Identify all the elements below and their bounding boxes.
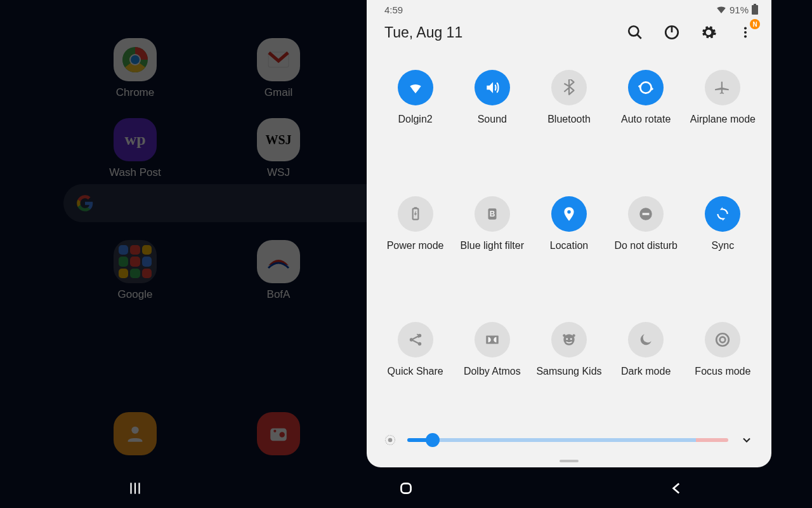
tile-label: Do not disturb xyxy=(614,239,678,252)
svg-text:B: B xyxy=(489,210,495,218)
search-button[interactable] xyxy=(625,23,645,42)
svg-rect-22 xyxy=(414,207,416,208)
svg-rect-10 xyxy=(754,4,756,5)
app-bofa[interactable]: BofA xyxy=(207,240,350,301)
svg-point-8 xyxy=(273,430,276,432)
folder-icon xyxy=(114,240,157,283)
qs-date: Tue, Aug 11 xyxy=(384,24,462,41)
app-label: Google xyxy=(118,288,153,301)
dock-camera[interactable] xyxy=(207,412,350,460)
target-icon xyxy=(705,322,740,358)
brightness-expand[interactable] xyxy=(738,432,755,448)
qs-tile-bluelight[interactable]: BBlue light filter xyxy=(454,196,530,293)
dolby-icon xyxy=(475,322,510,358)
battery-icon xyxy=(751,4,759,15)
qs-tile-dnd[interactable]: Do not disturb xyxy=(608,196,684,293)
tile-label: Auto rotate xyxy=(621,113,671,126)
app-label: WSJ xyxy=(267,166,290,179)
svg-rect-27 xyxy=(643,213,650,215)
qs-tile-sync[interactable]: Sync xyxy=(684,196,761,293)
app-label: Chrome xyxy=(116,86,154,99)
gear-icon xyxy=(700,24,717,41)
back-icon xyxy=(669,480,685,497)
notification-badge: N xyxy=(750,19,760,29)
qs-tile-airplane[interactable]: Airplane mode xyxy=(684,70,761,167)
qs-tile-autorotate[interactable]: Auto rotate xyxy=(608,70,684,167)
volume-icon xyxy=(475,70,510,105)
qs-tile-dolby[interactable]: Dolby Atmos xyxy=(454,322,530,419)
wifi-icon xyxy=(398,70,433,105)
qs-tiles-grid: Dolgin2SoundBluetoothAuto rotateAirplane… xyxy=(367,44,771,425)
brightness-icon xyxy=(383,433,397,447)
svg-rect-9 xyxy=(752,5,758,15)
svg-point-37 xyxy=(563,335,565,337)
svg-point-41 xyxy=(388,438,393,443)
tile-label: Airplane mode xyxy=(690,113,756,126)
svg-point-17 xyxy=(744,35,747,37)
tile-label: Blue light filter xyxy=(461,239,525,252)
settings-button[interactable] xyxy=(699,23,718,42)
qs-tile-darkmode[interactable]: Dark mode xyxy=(608,322,684,419)
app-chrome[interactable]: Chrome xyxy=(63,38,207,99)
rotate-icon xyxy=(628,70,664,105)
svg-point-35 xyxy=(566,338,568,340)
brightness-row xyxy=(367,425,771,460)
qs-tile-samsungkids[interactable]: Samsung Kids xyxy=(530,322,607,419)
app-wash-post[interactable]: wp Wash Post xyxy=(63,118,207,179)
google-logo-icon xyxy=(76,194,94,212)
svg-rect-33 xyxy=(486,336,499,344)
svg-point-5 xyxy=(131,427,138,434)
recents-icon xyxy=(127,480,143,497)
camera-icon xyxy=(268,423,289,444)
location-icon xyxy=(551,196,587,232)
tile-label: Dolgin2 xyxy=(398,113,432,126)
svg-point-18 xyxy=(641,82,652,93)
tile-label: Sound xyxy=(478,113,507,126)
svg-point-25 xyxy=(567,210,570,213)
app-label: Wash Post xyxy=(109,166,161,179)
chevron-down-icon xyxy=(740,434,753,446)
power-icon xyxy=(664,24,680,41)
app-label: BofA xyxy=(267,288,291,301)
gmail-icon xyxy=(266,47,291,72)
svg-marker-29 xyxy=(723,218,725,220)
qs-tile-power[interactable]: Power mode xyxy=(377,196,454,293)
app-label: Gmail xyxy=(265,86,292,99)
qs-tile-sound[interactable]: Sound xyxy=(454,70,530,167)
qs-tile-location[interactable]: Location xyxy=(530,196,607,293)
qs-tile-bluetooth[interactable]: Bluetooth xyxy=(530,70,607,167)
moon-icon xyxy=(628,322,664,358)
svg-point-36 xyxy=(570,338,572,340)
tile-label: Dolby Atmos xyxy=(464,365,521,378)
brightness-slider[interactable] xyxy=(407,438,728,442)
qs-tile-focus[interactable]: Focus mode xyxy=(684,322,761,419)
more-button[interactable]: N xyxy=(736,23,755,42)
kids-icon xyxy=(551,322,587,358)
chrome-icon xyxy=(122,46,148,73)
battery-percentage: 91% xyxy=(730,4,749,15)
nav-home[interactable] xyxy=(397,479,415,497)
tile-label: Focus mode xyxy=(695,365,750,378)
quick-settings-panel: 4:59 91% Tue, Aug 11 N Dolgin2SoundBluet… xyxy=(367,0,771,467)
panel-drag-handle[interactable] xyxy=(560,460,579,462)
app-gmail[interactable]: Gmail xyxy=(207,38,350,99)
nav-back[interactable] xyxy=(668,479,686,497)
wifi-status-icon xyxy=(716,4,727,15)
status-time: 4:59 xyxy=(384,4,403,15)
status-bar: 4:59 91% xyxy=(367,0,771,17)
app-wsj[interactable]: WSJ WSJ xyxy=(207,118,350,179)
svg-point-3 xyxy=(131,55,140,64)
sync-icon xyxy=(705,196,740,232)
qs-tile-wifi[interactable]: Dolgin2 xyxy=(377,70,454,167)
svg-point-15 xyxy=(744,27,747,30)
svg-line-12 xyxy=(637,34,641,39)
nav-recents[interactable] xyxy=(126,479,144,497)
qs-tile-quickshare[interactable]: Quick Share xyxy=(377,322,454,419)
dock-contacts[interactable] xyxy=(63,412,207,460)
folder-google[interactable]: Google xyxy=(63,240,207,301)
battery-icon xyxy=(398,196,433,232)
slider-thumb[interactable] xyxy=(426,433,440,447)
tile-label: Samsung Kids xyxy=(536,365,601,378)
navigation-bar xyxy=(0,469,812,508)
power-button[interactable] xyxy=(662,23,681,42)
